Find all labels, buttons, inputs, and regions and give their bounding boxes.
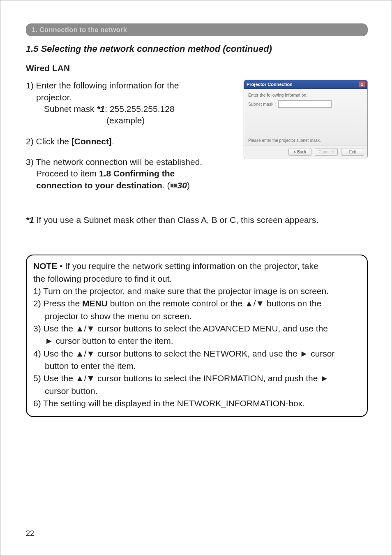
dialog-subnet-label: Subnet mask : xyxy=(248,101,276,107)
exit-button[interactable]: Exit xyxy=(341,148,364,156)
note-1: 1) Turn on the projector, and make sure … xyxy=(33,285,360,297)
step2-lead: 2) Click the xyxy=(26,137,71,146)
step3-proceed-a: Proceed to item xyxy=(36,169,99,178)
step1-subnet-line: Subnet mask *1: 255.255.255.128 xyxy=(26,103,235,115)
footnote-marker: *1 xyxy=(26,215,34,225)
step3-trail: . ( xyxy=(162,181,170,190)
subnet-marker: *1 xyxy=(97,104,105,114)
note2-b: button on the remote control or the ▲/▼ … xyxy=(108,299,321,308)
subnet-input[interactable]: ... xyxy=(278,100,332,108)
note2-a: 2) Press the xyxy=(33,299,82,308)
subnet-label: Subnet mask xyxy=(44,104,97,114)
note3-a: 3) Use the ▲/▼ cursor buttons to select … xyxy=(33,323,360,334)
step-1: 1) Enter the following information for t… xyxy=(26,80,235,126)
note5-a: 5) Use the ▲/▼ cursor buttons to select … xyxy=(33,373,360,384)
step3-proceed-b: 1.8 Confirming the xyxy=(99,169,175,178)
step2-trail: . xyxy=(112,137,114,146)
subnet-value: : 255.255.255.128 xyxy=(105,104,174,114)
note4-b: button to enter the item. xyxy=(33,360,360,372)
dialog-titlebar: Projector Connection x xyxy=(244,80,367,89)
dialog-hint: Please enter the projector subnet mask. xyxy=(248,138,321,144)
close-icon[interactable]: x xyxy=(359,81,365,87)
book-icon xyxy=(170,183,178,189)
step1-example: (example) xyxy=(26,115,235,126)
note5-b: cursor button. xyxy=(33,385,360,397)
connect-label: [Connect] xyxy=(71,137,112,146)
connect-button[interactable]: Connect xyxy=(315,148,338,156)
note-label: NOTE xyxy=(33,261,57,271)
step-3: 3) The network connection will be establ… xyxy=(26,156,235,191)
menu-label: MENU xyxy=(82,299,108,308)
page-number: 22 xyxy=(26,528,34,538)
footnote-text: If you use a Subnet mask other than Clas… xyxy=(34,215,318,225)
step1-line2: projector. xyxy=(26,92,235,103)
step3-line1: 3) The network connection will be establ… xyxy=(26,156,235,168)
projector-connection-dialog: Projector Connection x Enter the followi… xyxy=(244,80,368,158)
note3-b: ► cursor button to enter the item. xyxy=(33,335,360,347)
note6: 6) The setting will be displayed in the … xyxy=(33,398,360,409)
dialog-instruction: Enter the following information. xyxy=(248,92,363,98)
step3-proceed-c: connection to your destination xyxy=(36,181,162,190)
note-intro-a: If you require the network setting infor… xyxy=(65,261,318,271)
ref-number: 30 xyxy=(178,181,187,190)
step1-line1: 1) Enter the following information for t… xyxy=(26,80,235,91)
page-subtitle: 1.5 Selecting the network connection met… xyxy=(26,43,368,55)
wired-lan-heading: Wired LAN xyxy=(26,63,368,74)
back-button[interactable]: < Back xyxy=(288,148,311,156)
note2-c: projector to show the menu on screen. xyxy=(33,310,360,322)
section-bar: 1. Connection to the network xyxy=(26,23,368,36)
footnote: *1 If you use a Subnet mask other than C… xyxy=(26,214,368,226)
note-box: NOTE • If you require the network settin… xyxy=(26,255,368,417)
note-intro-b: the following procedure to find it out. xyxy=(33,273,360,285)
step3-close: ) xyxy=(187,181,190,190)
note4-a: 4) Use the ▲/▼ cursor buttons to select … xyxy=(33,348,360,359)
note-bullet: • xyxy=(57,261,65,271)
dialog-title-text: Projector Connection xyxy=(247,81,359,88)
step-2: 2) Click the [Connect]. xyxy=(26,136,235,147)
